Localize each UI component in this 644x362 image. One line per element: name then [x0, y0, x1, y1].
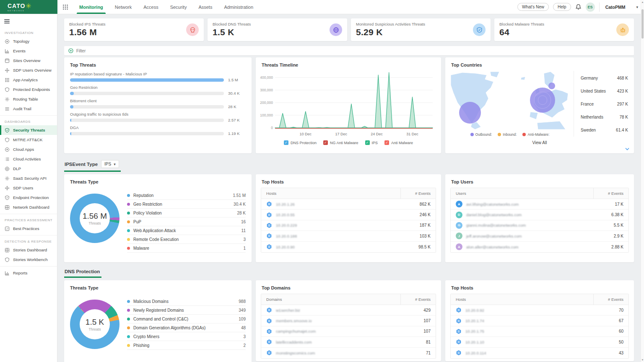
sidebar-item-topology[interactable]: Topology: [0, 36, 57, 46]
event-type-dropdown[interactable]: IPS ▾: [101, 160, 119, 168]
sidebar-item-stories-dashboard[interactable]: Stories Dashboard: [0, 245, 57, 255]
country-value: 61.4 K: [616, 128, 628, 132]
column-header: Hosts: [451, 294, 593, 305]
sidebar-item-dlp[interactable]: DLP: [0, 164, 57, 173]
country-row[interactable]: Sweden61.4 K: [581, 124, 628, 137]
legend-dot: [127, 318, 130, 321]
table-row[interactable]: latelliccaddents.com81: [261, 337, 436, 347]
country-row[interactable]: Germany468 K: [581, 72, 628, 85]
table-row[interactable]: w1sercher.biz429: [261, 305, 436, 315]
sidebar-item-audit-trail[interactable]: Audit Trail: [0, 104, 57, 114]
table-row[interactable]: 10.20.1.7467: [451, 315, 628, 326]
nav-tab-assets[interactable]: Assets: [192, 0, 218, 14]
legend-checkbox-ng-anti-malware[interactable]: ✓NG Anti Malware: [323, 140, 358, 145]
legend-value: 11: [242, 228, 246, 233]
table-row[interactable]: 10.20.1.26862 K: [261, 199, 436, 209]
sidebar-collapse-icon[interactable]: [0, 14, 57, 27]
sidebar-item-protected-endpoints[interactable]: Protected Endpoints: [0, 85, 57, 94]
table-row[interactable]: 10.20.0.11443: [451, 348, 628, 358]
sidebar-item-sdp-users-overview[interactable]: SDP Users Overview: [0, 65, 57, 75]
whats-new-button[interactable]: What's New: [517, 3, 549, 11]
app-grid-icon[interactable]: [57, 0, 73, 14]
legend-checkbox-ips[interactable]: ✓IPS: [365, 140, 378, 145]
table-row[interactable]: Ddaniel.blog@catonetworks.com6.38 K: [451, 209, 628, 220]
table-row[interactable]: Ggianni.molina@catonetworks.com5.5 K: [451, 220, 628, 231]
table-cell: campingchumajet.com: [261, 328, 400, 334]
legend-label: Malware: [133, 246, 240, 251]
sidebar-section: DETECTION & RESPONSEStories DashboardSto…: [0, 235, 57, 264]
sidebar-item-saas-security-api[interactable]: SaaS Security API: [0, 173, 57, 183]
sidebar-item-endpoint-protection[interactable]: Endpoint Protection: [0, 193, 57, 202]
table-row[interactable]: 10.20.0.9270: [451, 305, 628, 315]
donut-legend-row: Phishing2: [127, 341, 246, 350]
table-row[interactable]: 10.20.1.7560: [451, 326, 628, 337]
scroll-up-arrow[interactable]: ▲: [641, 0, 644, 4]
table-row[interactable]: monstingscomics.com71: [261, 348, 436, 358]
legend-dot: [127, 300, 130, 303]
nav-tab-monitoring[interactable]: Monitoring: [73, 0, 109, 14]
table-row[interactable]: campingchumajet.com107: [261, 326, 436, 337]
notifications-bell-icon[interactable]: [575, 4, 582, 10]
sidebar-item-label: Stories Dashboard: [13, 248, 47, 252]
donut-legend-row: Remote Code Execution3: [127, 235, 246, 244]
table-row[interactable]: Aavi.lifsing@catonetworks.com17 K: [451, 199, 628, 209]
nav-tab-administration[interactable]: Administration: [218, 0, 259, 14]
sidebar-item-network-dashboard[interactable]: Network Dashboard: [0, 202, 57, 212]
table-row[interactable]: 10.20.1.1050: [451, 337, 628, 347]
table-row[interactable]: 10.20.0.9098.5 K: [261, 242, 436, 252]
legend-label: Reputation: [133, 193, 229, 198]
country-row[interactable]: United States423 K: [581, 85, 628, 98]
nav-tab-access[interactable]: Access: [138, 0, 164, 14]
host-hexagon-icon: [456, 318, 462, 324]
sidebar-item-routing-table[interactable]: Routing Table: [0, 94, 57, 104]
table-cell-value: 6.38 K: [593, 212, 628, 217]
avatar: G: [456, 222, 462, 229]
table-cell: 10.20.1.26: [261, 201, 400, 207]
table-row[interactable]: Aalon.aller@catonetworks.com2.88 K: [451, 242, 628, 252]
filter-bar[interactable]: Filter: [64, 46, 634, 55]
expand-chevron-icon[interactable]: [625, 147, 630, 151]
help-button[interactable]: Help: [553, 3, 571, 11]
sidebar-item-reports[interactable]: Reports: [0, 268, 57, 278]
table-row[interactable]: 10.20.0.229187 K: [261, 220, 436, 231]
cato-logo[interactable]: CATO NETWORKS: [0, 0, 57, 14]
legend-dot: [127, 212, 130, 215]
sidebar-item-security-threats[interactable]: Security Threats: [0, 125, 57, 135]
avatar: D: [456, 212, 462, 218]
scroll-down-arrow[interactable]: ▼: [641, 358, 644, 362]
table-row[interactable]: Jjeff.aronow@catonetworks.com2.9 K: [451, 231, 628, 241]
table-row[interactable]: 10.20.0.55246 K: [261, 209, 436, 220]
sidebar-item-best-practices[interactable]: Best Practices: [0, 224, 57, 233]
sidebar-item-sdp-users[interactable]: SDP Users: [0, 183, 57, 193]
legend-label: Geo Restriction: [133, 202, 230, 207]
user-avatar[interactable]: ES: [586, 3, 595, 12]
threat-bar-track: [70, 119, 224, 122]
sidebar-item-app-analytics[interactable]: App Analytics: [0, 75, 57, 85]
account-menu[interactable]: CatoPMM ▾: [599, 3, 638, 12]
view-all-link[interactable]: View All: [445, 140, 634, 145]
country-row[interactable]: France297 K: [581, 98, 628, 111]
sidebar-item-sites-overview[interactable]: Sites Overview: [0, 56, 57, 65]
page-scrollbar[interactable]: ▲ ▼: [641, 0, 644, 362]
sidebar-item-cloud-activities[interactable]: Cloud Activities: [0, 154, 57, 164]
table-cell-value: 107: [400, 318, 436, 323]
legend-dot: [127, 203, 130, 206]
timeline-svg: 0100,000200,000300,000400,00010 Dec17 De…: [258, 70, 436, 139]
nav-tab-security[interactable]: Security: [164, 0, 193, 14]
logo-subtext: NETWORKS: [8, 10, 57, 12]
nav-tab-network[interactable]: Network: [109, 0, 138, 14]
sidebar-item-mitre-att-ck[interactable]: MITRE ATT&CK: [0, 135, 57, 145]
sidebar-item-stories-workbench[interactable]: Stories Workbench: [0, 255, 57, 264]
sidebar-item-events[interactable]: Events: [0, 46, 57, 56]
starburst-icon: [26, 3, 31, 8]
chevron-down-icon: ▾: [114, 162, 116, 166]
legend-checkbox-anti-malware[interactable]: ✓Anti Malware: [384, 140, 413, 145]
scrollbar-thumb[interactable]: [641, 9, 644, 39]
table-row[interactable]: 10.20.0.188103 K: [261, 231, 436, 241]
country-row[interactable]: Netherlands78 K: [581, 111, 628, 124]
legend-value: 30.4 K: [234, 202, 246, 207]
table-row[interactable]: members.smoove.io107: [261, 315, 436, 326]
table-cell-value: 60: [593, 329, 628, 334]
legend-checkbox-dns-protection[interactable]: ✓DNS Protection: [284, 140, 317, 145]
sidebar-item-cloud-apps[interactable]: Cloud Apps: [0, 145, 57, 154]
